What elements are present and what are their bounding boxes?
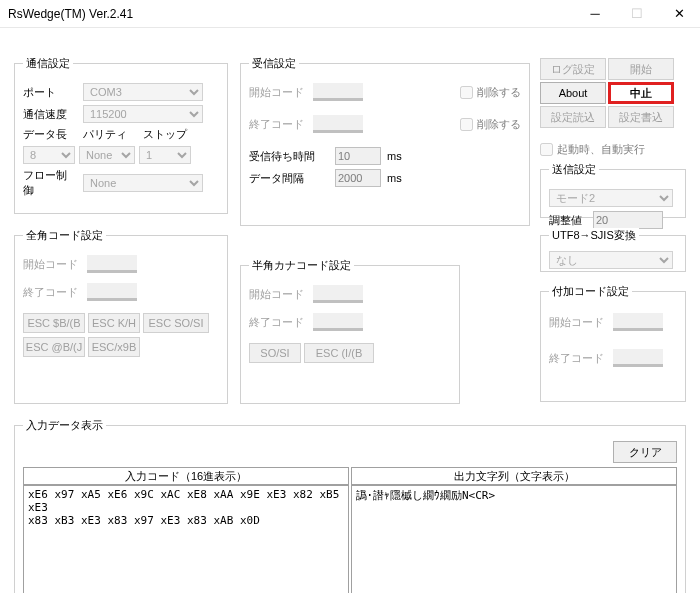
zen-preset-2: ESC K/H bbox=[88, 313, 140, 333]
zen-preset-4: ESC @B/(J bbox=[23, 337, 85, 357]
flow-label: フロー制御 bbox=[23, 168, 77, 198]
han-startcode-label: 開始コード bbox=[249, 287, 307, 302]
port-label: ポート bbox=[23, 85, 77, 100]
zenkaku-code-group: 全角コード設定 開始コード 終了コード ESC $B/(B ESC K/H ES… bbox=[14, 228, 228, 404]
right-button-column: ログ設定 開始 About 中止 設定読込 設定書込 bbox=[540, 58, 690, 128]
autorun-box bbox=[540, 143, 553, 156]
utf-legend: UTF8→SJIS変換 bbox=[549, 228, 639, 243]
han-preset-1: SO/SI bbox=[249, 343, 301, 363]
recv-interval-input bbox=[335, 169, 381, 187]
additional-code-group: 付加コード設定 開始コード 終了コード bbox=[540, 284, 686, 402]
han-preset-2: ESC (I/(B bbox=[304, 343, 374, 363]
zen-endcode-label: 終了コード bbox=[23, 285, 81, 300]
titlebar: RsWedge(TM) Ver.2.41 ─ ☐ ✕ bbox=[0, 0, 700, 28]
log-settings-button: ログ設定 bbox=[540, 58, 606, 80]
recv-settings-group: 受信設定 開始コード 削除する 終了コード 削除する 受信待ち時間 ms デ bbox=[240, 56, 530, 226]
recv-start-delete-box bbox=[460, 86, 473, 99]
addcode-endcode-label: 終了コード bbox=[549, 351, 607, 366]
han-endcode-label: 終了コード bbox=[249, 315, 307, 330]
han-endcode-input bbox=[313, 313, 363, 331]
zen-preset-5: ESC/x9B bbox=[88, 337, 140, 357]
parity-select: None bbox=[79, 146, 135, 164]
port-select: COM3 bbox=[83, 83, 203, 101]
recv-interval-unit: ms bbox=[387, 172, 402, 184]
addcode-startcode-input bbox=[613, 313, 663, 331]
send-adj-label: 調整値 bbox=[549, 213, 587, 228]
zen-startcode-input bbox=[87, 255, 137, 273]
autorun-checkbox: 起動時、自動実行 bbox=[540, 142, 645, 157]
recv-wait-unit: ms bbox=[387, 150, 402, 162]
parity-label: パリティ bbox=[83, 127, 131, 142]
recv-start-delete-checkbox: 削除する bbox=[460, 85, 521, 100]
zen-endcode-input bbox=[87, 283, 137, 301]
input-code-pane: xE6 x97 xA5 xE6 x9C xAC xE8 xAA x9E xE3 … bbox=[23, 485, 349, 593]
send-legend: 送信設定 bbox=[549, 162, 599, 177]
flow-select: None bbox=[83, 174, 203, 192]
recv-endcode-input bbox=[313, 115, 363, 133]
about-button[interactable]: About bbox=[540, 82, 606, 104]
close-button[interactable]: ✕ bbox=[658, 0, 700, 28]
datalen-select: 8 bbox=[23, 146, 75, 164]
input-code-header: 入力コード（16進表示） bbox=[23, 467, 349, 485]
recv-end-delete-checkbox: 削除する bbox=[460, 117, 521, 132]
han-legend: 半角カナコード設定 bbox=[249, 258, 354, 273]
zen-preset-3: ESC SO/SI bbox=[143, 313, 209, 333]
stop-select: 1 bbox=[139, 146, 191, 164]
utf8-sjis-group: UTF8→SJIS変換 なし bbox=[540, 228, 686, 272]
addcode-startcode-label: 開始コード bbox=[549, 315, 607, 330]
datalen-label: データ長 bbox=[23, 127, 71, 142]
start-button: 開始 bbox=[608, 58, 674, 80]
minimize-button[interactable]: ─ bbox=[574, 0, 616, 28]
window-title: RsWedge(TM) Ver.2.41 bbox=[8, 7, 574, 21]
baud-label: 通信速度 bbox=[23, 107, 77, 122]
comm-settings-group: 通信設定 ポート COM3 通信速度 115200 データ長 パリティ ストップ… bbox=[14, 56, 228, 214]
zen-startcode-label: 開始コード bbox=[23, 257, 81, 272]
send-settings-group: 送信設定 モード2 調整値 bbox=[540, 162, 686, 218]
stop-button[interactable]: 中止 bbox=[608, 82, 674, 104]
output-string-column: 出力文字列（文字表示） 譌･譛ｬ隱槭し繝ｳ繝励Ν<CR> bbox=[351, 467, 677, 593]
comm-legend: 通信設定 bbox=[23, 56, 73, 71]
recv-startcode-label: 開始コード bbox=[249, 85, 307, 100]
zen-preset-1: ESC $B/(B bbox=[23, 313, 85, 333]
load-settings-button: 設定読込 bbox=[540, 106, 606, 128]
recv-startcode-input bbox=[313, 83, 363, 101]
hankaku-code-group: 半角カナコード設定 開始コード 終了コード SO/SI ESC (I/(B bbox=[240, 258, 460, 404]
addcode-legend: 付加コード設定 bbox=[549, 284, 632, 299]
input-data-display-group: 入力データ表示 クリア 入力コード（16進表示） xE6 x97 xA5 xE6… bbox=[14, 418, 686, 593]
zen-legend: 全角コード設定 bbox=[23, 228, 106, 243]
addcode-endcode-input bbox=[613, 349, 663, 367]
send-adj-input bbox=[593, 211, 663, 229]
send-mode-select: モード2 bbox=[549, 189, 673, 207]
baud-select: 115200 bbox=[83, 105, 203, 123]
recv-wait-label: 受信待ち時間 bbox=[249, 149, 329, 164]
recv-wait-input bbox=[335, 147, 381, 165]
recv-interval-label: データ間隔 bbox=[249, 171, 329, 186]
output-string-header: 出力文字列（文字表示） bbox=[351, 467, 677, 485]
input-code-column: 入力コード（16進表示） xE6 x97 xA5 xE6 x9C xAC xE8… bbox=[23, 467, 349, 593]
maximize-button: ☐ bbox=[616, 0, 658, 28]
output-string-pane: 譌･譛ｬ隱槭し繝ｳ繝励Ν<CR> bbox=[351, 485, 677, 593]
recv-endcode-label: 終了コード bbox=[249, 117, 307, 132]
recv-end-delete-box bbox=[460, 118, 473, 131]
clear-button[interactable]: クリア bbox=[613, 441, 677, 463]
recv-legend: 受信設定 bbox=[249, 56, 299, 71]
stop-label: ストップ bbox=[143, 127, 187, 142]
save-settings-button: 設定書込 bbox=[608, 106, 674, 128]
display-legend: 入力データ表示 bbox=[23, 418, 106, 433]
utf-select: なし bbox=[549, 251, 673, 269]
han-startcode-input bbox=[313, 285, 363, 303]
